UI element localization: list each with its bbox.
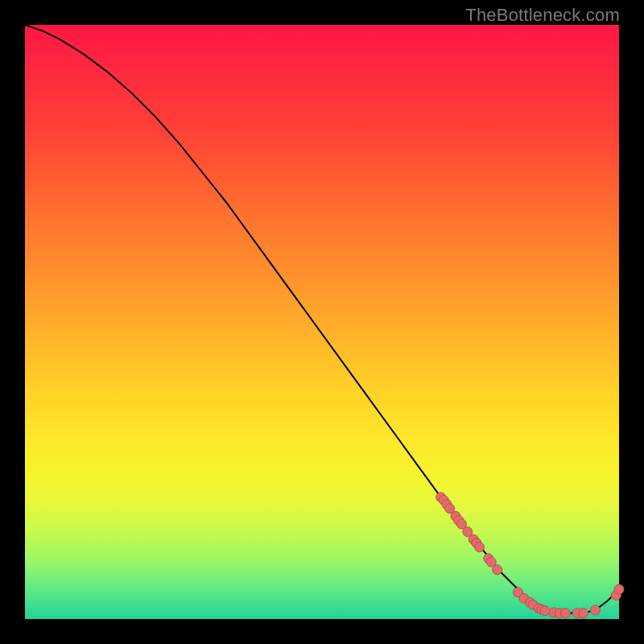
data-marker — [540, 606, 550, 616]
data-marker — [561, 609, 571, 618]
watermark-text: TheBottleneck.com — [465, 5, 620, 26]
chart-overlay — [25, 25, 619, 619]
data-markers — [436, 493, 624, 618]
data-marker — [493, 565, 502, 575]
data-marker — [475, 543, 485, 552]
bottleneck-curve — [25, 25, 619, 613]
data-marker — [590, 605, 600, 615]
chart-frame: TheBottleneck.com — [0, 0, 644, 644]
data-marker — [614, 584, 624, 594]
data-marker — [579, 609, 588, 618]
